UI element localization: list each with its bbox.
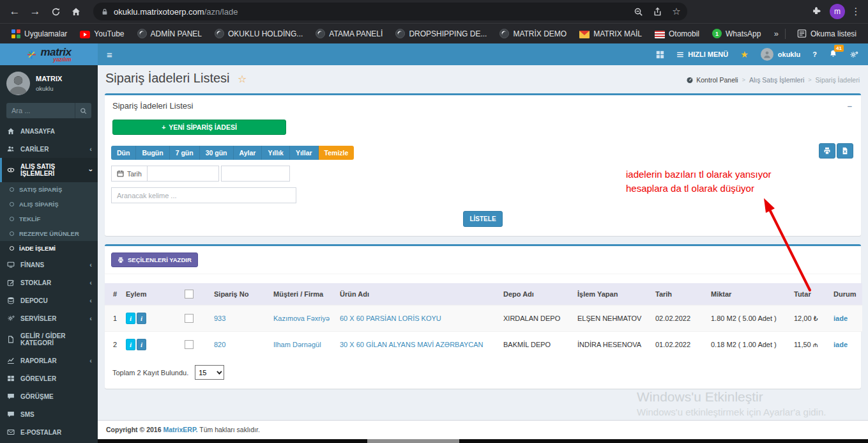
sidebar-item-raporlar[interactable]: RAPORLAR ‹ <box>0 352 98 369</box>
sidebar-search-input[interactable] <box>6 103 75 118</box>
sidebar-item-cariler[interactable]: CARİLER ‹ <box>0 140 98 158</box>
sidebar-item-epostalar[interactable]: E-POSTALAR <box>0 423 98 441</box>
bookmark-matrix-demo[interactable]: MATRİX DEMO <box>494 26 572 41</box>
home-button[interactable] <box>66 2 86 21</box>
breadcrumb: Kontrol Paneli > Alış Satış İşlemleri > … <box>686 76 860 84</box>
print-button[interactable] <box>819 143 835 159</box>
share-button[interactable] <box>649 3 666 20</box>
detail-button[interactable]: i <box>137 313 146 324</box>
sidebar-item-gelir-gider-kategori[interactable]: GELİR / GİDER KATEGORİ <box>0 327 98 352</box>
footer-brand-link[interactable]: MatrixERP. <box>163 426 197 433</box>
sidebar-item-gorevler[interactable]: GÖREVLER <box>0 369 98 387</box>
filter-aylar-button[interactable]: Aylar <box>234 146 263 160</box>
browser-menu-button[interactable]: ⋮ <box>849 6 863 17</box>
info-button[interactable]: i <box>126 339 135 350</box>
sidebar-toggle-button[interactable]: ≡ <box>107 49 112 60</box>
row-checkbox[interactable] <box>185 340 194 349</box>
sidebar-item-alis-satis-islemleri[interactable]: ALIŞ SATIŞ İŞLEMLERİ ‹ <box>0 158 98 182</box>
notifications-button[interactable]: 41 <box>829 49 837 59</box>
customer-link[interactable]: Kazımova Fəxriyə <box>273 315 330 322</box>
matrix-logo-icon <box>26 49 37 60</box>
table-header-row: # Eylem Sipariş No Müşteri / Firma Ürün … <box>105 283 862 306</box>
chart-line-icon <box>6 357 15 364</box>
collapse-icon[interactable]: – <box>848 101 852 111</box>
bookmark-youtube[interactable]: YouTube <box>75 27 129 41</box>
help-button[interactable]: ? <box>812 51 817 58</box>
list-button[interactable]: LİSTELE <box>463 211 502 227</box>
filter-7gun-button[interactable]: 7 gün <box>170 146 200 160</box>
bookmark-apps[interactable]: Uygulamalar <box>6 27 72 41</box>
filter-yillar-button[interactable]: Yıllar <box>290 146 319 160</box>
page-title: Sipariş İadeleri Listesi <box>105 71 230 85</box>
bookmarks-overflow-button[interactable]: » <box>774 29 779 38</box>
keyword-search-input[interactable] <box>111 187 296 203</box>
app-logo[interactable]: matrix yazılım <box>0 43 98 65</box>
bookmark-dropshipping[interactable]: DROPSHIPPING DE... <box>390 26 492 41</box>
grid-panel-icon[interactable] <box>656 51 664 59</box>
filter-30gun-button[interactable]: 30 gün <box>200 146 234 160</box>
filter-clear-button[interactable]: Temizle <box>319 146 354 160</box>
page-size-select[interactable]: 15 <box>195 365 224 380</box>
bookmark-okuklu-holding[interactable]: OKUKLU HOLDİNG... <box>209 26 308 41</box>
sidebar-item-stoklar[interactable]: STOKLAR ‹ <box>0 274 98 291</box>
product-link[interactable]: 30 X 60 GİLAN ALYANS MAVİ AZƏRBAYCAN <box>340 341 483 348</box>
bookmark-label: DROPSHIPPING DE... <box>409 29 487 38</box>
back-button[interactable]: ← <box>5 2 24 21</box>
bookmark-matrix-mail[interactable]: MATRIX MAİL <box>574 27 647 41</box>
favorites-star-icon[interactable]: ★ <box>740 49 749 59</box>
status-link[interactable]: iade <box>834 341 848 348</box>
info-button[interactable]: i <box>126 313 135 324</box>
sidebar-subitem-satis-siparis[interactable]: SATIŞ SİPARİŞ <box>0 182 98 197</box>
settings-cogs-icon[interactable] <box>849 51 859 59</box>
breadcrumb-item[interactable]: Alış Satış İşlemleri <box>749 76 804 84</box>
sidebar-item-finans[interactable]: FİNANS ‹ <box>0 256 98 274</box>
sidebar-item-anasayfa[interactable]: ANASAYFA <box>0 122 98 140</box>
bookmark-whatsapp[interactable]: 1 WhatsApp <box>707 26 766 41</box>
sidebar-item-gorusme[interactable]: GÖRÜŞME <box>0 387 98 405</box>
favorite-star-icon[interactable]: ☆ <box>238 74 247 84</box>
customer-link[interactable]: Ilham Dərnəgül <box>273 341 321 348</box>
forward-button[interactable]: → <box>26 2 45 21</box>
url-bar[interactable]: okuklu.matrixotoerp.com/azn/lade ☆ <box>93 3 687 20</box>
excel-export-button[interactable] <box>837 143 853 159</box>
filter-dun-button[interactable]: Dün <box>111 146 136 160</box>
bookmark-star-button[interactable]: ☆ <box>668 3 685 20</box>
bookmark-admin-panel[interactable]: ADMİN PANEL <box>132 26 207 41</box>
sidebar-subitem-iade-islemi[interactable]: İADE İŞLEMİ <box>0 241 98 256</box>
browser-profile-avatar[interactable]: m <box>830 4 845 19</box>
sidebar-subitem-teklif[interactable]: TEKLİF <box>0 212 98 226</box>
quick-menu-button[interactable]: HIZLI MENÜ <box>676 51 728 58</box>
bookmark-otomobil[interactable]: Otomobil <box>650 27 704 41</box>
sidebar-item-depocu[interactable]: DEPOCU ‹ <box>0 291 98 309</box>
sidebar-subitem-alis-siparis[interactable]: ALIŞ SİPARİŞ <box>0 197 98 212</box>
user-menu[interactable]: okuklu <box>761 48 800 61</box>
order-no-link[interactable]: 820 <box>214 341 225 348</box>
bookmark-atama-paneli[interactable]: ATAMA PANELİ <box>310 26 388 41</box>
date-start-input[interactable] <box>148 166 219 182</box>
th-icon <box>6 375 15 382</box>
order-no-link[interactable]: 933 <box>214 315 225 322</box>
circle-icon <box>10 246 14 251</box>
product-link[interactable]: 60 X 60 PARSİAN LORİS KOYU <box>340 315 441 322</box>
filter-bugun-button[interactable]: Bugün <box>136 146 169 160</box>
select-all-checkbox[interactable] <box>185 290 194 299</box>
sidebar-subitem-rezerve-urunler[interactable]: REZERVE ÜRÜNLER <box>0 226 98 241</box>
sidebar-search-button[interactable] <box>75 103 91 118</box>
row-actions: ii <box>123 306 181 332</box>
print-selected-button[interactable]: SEÇİLENLERİ YAZDIR <box>111 253 198 267</box>
detail-button[interactable]: i <box>137 339 146 350</box>
returns-table: # Eylem Sipariş No Müşteri / Firma Ürün … <box>105 283 862 357</box>
extensions-button[interactable] <box>807 2 826 21</box>
row-checkbox[interactable] <box>185 314 194 323</box>
zoom-out-button[interactable] <box>630 3 646 20</box>
sidebar-item-servisler[interactable]: SERVİSLER ‹ <box>0 309 98 327</box>
reload-button[interactable] <box>46 2 65 21</box>
new-return-button[interactable]: + YENİ SİPARİŞ İADESİ <box>112 120 286 135</box>
status-link[interactable]: iade <box>834 315 848 322</box>
filter-yillik-button[interactable]: Yıllık <box>262 146 290 160</box>
database-icon <box>6 297 15 304</box>
sidebar-item-sms[interactable]: SMS <box>0 405 98 423</box>
breadcrumb-home[interactable]: Kontrol Paneli <box>686 76 738 84</box>
reading-list-button[interactable]: Okuma listesi <box>792 26 862 41</box>
date-end-input[interactable] <box>221 166 290 182</box>
